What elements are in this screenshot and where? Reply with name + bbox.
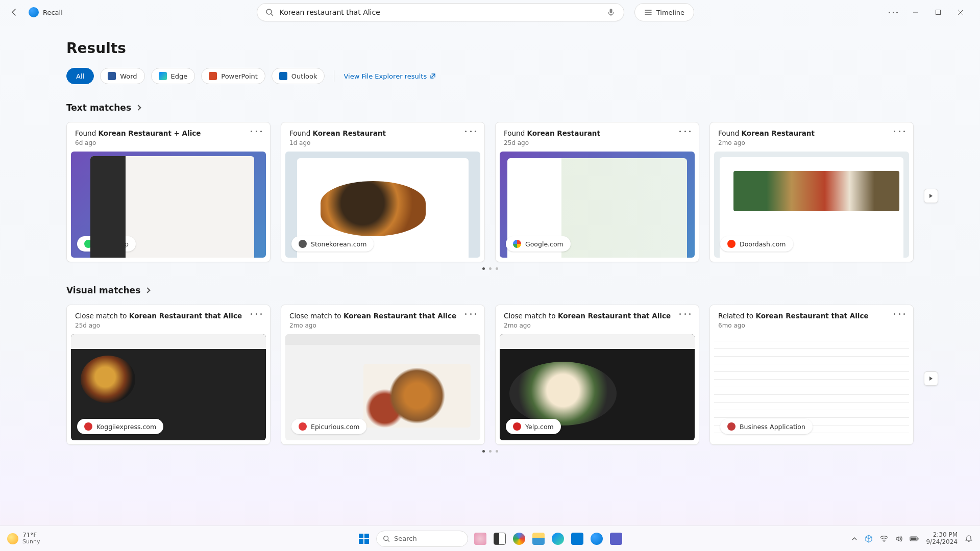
- result-card[interactable]: Found Korean Restaurant + Alice 6d ago W…: [66, 122, 271, 262]
- system-tray: 2:30 PM 9/24/2024: [851, 532, 973, 546]
- weather-widget[interactable]: 71°F Sunny: [7, 532, 40, 545]
- chevron-right-icon: [135, 105, 141, 110]
- main-content: Results All Word Edge PowerPoint Outlook…: [0, 24, 980, 453]
- result-card[interactable]: Close match to Korean Restaurant that Al…: [281, 305, 485, 445]
- search-box[interactable]: [257, 3, 624, 21]
- result-card[interactable]: Found Korean Restaurant 2mo ago Doordash…: [709, 122, 914, 262]
- svg-point-3: [384, 536, 388, 540]
- results-heading: Results: [66, 40, 914, 57]
- svg-rect-7: [918, 538, 919, 539]
- card-thumbnail: Google.com: [500, 152, 695, 258]
- svg-rect-6: [911, 537, 917, 540]
- minimize-button[interactable]: [904, 4, 927, 20]
- card-thumbnail: Yelp.com: [500, 334, 695, 440]
- maximize-button[interactable]: [927, 4, 949, 20]
- filter-divider: [334, 70, 334, 82]
- visual-matches-row: Close match to Korean Restaurant that Al…: [66, 305, 914, 445]
- search-icon: [265, 8, 274, 16]
- card-more-button[interactable]: [465, 313, 476, 315]
- microphone-icon[interactable]: [606, 8, 616, 17]
- notifications-icon[interactable]: [965, 535, 973, 543]
- pagination-dots: [66, 267, 914, 270]
- card-thumbnail: Koggiiexpress.com: [71, 334, 266, 440]
- site-icon: [84, 422, 92, 431]
- taskbar-app-copilot[interactable]: [512, 532, 526, 546]
- epicurious-icon: [299, 422, 307, 431]
- result-card[interactable]: Found Korean Restaurant 25d ago Google.c…: [495, 122, 699, 262]
- scroll-right-button[interactable]: [924, 371, 938, 386]
- card-timestamp: 25d ago: [75, 322, 251, 329]
- card-timestamp: 2mo ago: [504, 322, 679, 329]
- close-button[interactable]: [949, 4, 972, 20]
- filter-chip-word[interactable]: Word: [100, 68, 144, 84]
- document-icon: [727, 422, 736, 431]
- filter-chip-powerpoint[interactable]: PowerPoint: [201, 68, 265, 84]
- card-more-button[interactable]: [465, 131, 476, 132]
- source-badge: Business Application: [720, 419, 813, 434]
- timeline-icon: [644, 9, 652, 15]
- taskbar-search[interactable]: Search: [376, 531, 468, 547]
- card-thumbnail: Stonekorean.com: [285, 152, 480, 258]
- taskbar: 71°F Sunny Search 2:30 PM 9/24/2024: [0, 525, 980, 551]
- svg-rect-2: [936, 10, 941, 15]
- word-icon: [108, 72, 116, 80]
- taskbar-app-teams[interactable]: [609, 532, 623, 546]
- tray-cube-icon[interactable]: [865, 535, 873, 543]
- filter-chip-all[interactable]: All: [66, 68, 94, 84]
- card-timestamp: 25d ago: [504, 139, 679, 146]
- timeline-button[interactable]: Timeline: [634, 3, 694, 21]
- filter-chip-edge[interactable]: Edge: [151, 68, 195, 84]
- card-timestamp: 6d ago: [75, 139, 251, 146]
- card-more-button[interactable]: [894, 313, 905, 315]
- card-thumbnail: Doordash.com: [714, 152, 909, 258]
- result-card[interactable]: Close match to Korean Restaurant that Al…: [495, 305, 699, 445]
- taskbar-app-store[interactable]: [570, 532, 584, 546]
- powerpoint-icon: [209, 72, 217, 80]
- file-explorer-link[interactable]: View File Explorer results: [344, 72, 436, 80]
- sun-icon: [7, 533, 18, 544]
- card-timestamp: 2mo ago: [718, 139, 894, 146]
- google-icon: [513, 240, 521, 248]
- back-button[interactable]: [8, 6, 20, 18]
- tray-chevron-icon[interactable]: [851, 536, 857, 542]
- card-more-button[interactable]: [679, 131, 691, 132]
- taskbar-app-taskview[interactable]: [493, 532, 507, 546]
- result-card[interactable]: Close match to Korean Restaurant that Al…: [66, 305, 271, 445]
- site-icon: [299, 240, 307, 248]
- pagination-dots: [66, 450, 914, 453]
- weather-condition: Sunny: [22, 539, 40, 545]
- card-more-button[interactable]: [251, 313, 262, 315]
- battery-icon[interactable]: [910, 536, 919, 542]
- card-title: Close match to Korean Restaurant that Al…: [289, 311, 465, 320]
- taskbar-app-recall[interactable]: [590, 532, 604, 546]
- volume-icon[interactable]: [895, 535, 902, 542]
- source-badge: Epicurious.com: [291, 419, 366, 434]
- svg-rect-1: [609, 9, 612, 13]
- source-badge: Koggiiexpress.com: [77, 419, 163, 434]
- filter-chip-outlook[interactable]: Outlook: [272, 68, 325, 84]
- tray-clock[interactable]: 2:30 PM 9/24/2024: [926, 532, 958, 546]
- card-more-button[interactable]: [679, 313, 691, 315]
- taskbar-app-lotus[interactable]: [473, 532, 487, 546]
- svg-point-0: [266, 9, 272, 14]
- section-heading-visual-matches[interactable]: Visual matches: [66, 285, 914, 295]
- section-heading-text-matches[interactable]: Text matches: [66, 103, 914, 113]
- scroll-right-button[interactable]: [924, 189, 938, 203]
- search-icon: [383, 535, 390, 542]
- titlebar: Recall Timeline: [0, 0, 980, 24]
- filter-row: All Word Edge PowerPoint Outlook View Fi…: [66, 68, 914, 84]
- card-title: Close match to Korean Restaurant that Al…: [504, 311, 679, 320]
- result-card[interactable]: Related to Korean Restaurant that Alice …: [709, 305, 914, 445]
- card-title: Related to Korean Restaurant that Alice: [718, 311, 894, 320]
- card-more-button[interactable]: [894, 131, 905, 132]
- window-more-button[interactable]: [882, 4, 904, 20]
- card-more-button[interactable]: [251, 131, 262, 132]
- result-card[interactable]: Found Korean Restaurant 1d ago Stonekore…: [281, 122, 485, 262]
- card-timestamp: 2mo ago: [289, 322, 465, 329]
- card-title: Found Korean Restaurant: [504, 129, 679, 138]
- taskbar-app-explorer[interactable]: [531, 532, 546, 546]
- taskbar-app-edge[interactable]: [551, 532, 565, 546]
- search-input[interactable]: [280, 8, 606, 16]
- start-button[interactable]: [357, 532, 371, 546]
- wifi-icon[interactable]: [880, 536, 888, 542]
